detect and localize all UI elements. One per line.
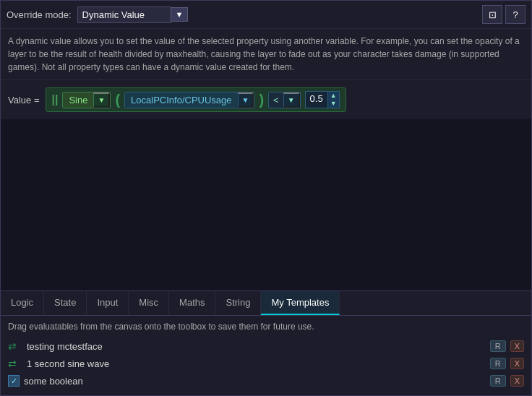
- override-mode-select[interactable]: Dynamic Value: [77, 7, 171, 23]
- tab-logic[interactable]: Logic: [1, 291, 44, 315]
- template-r-button-1[interactable]: R: [490, 358, 506, 369]
- op-name: <: [269, 92, 283, 108]
- template-item-testing-mctestface: ⇄ testing mctestface R X: [8, 337, 524, 355]
- override-mode-dropdown-wrapper: Dynamic Value ▼: [77, 7, 189, 23]
- template-r-button-2[interactable]: R: [490, 375, 506, 387]
- paren-open: (: [115, 92, 120, 107]
- help-icon-button[interactable]: ?: [505, 5, 525, 24]
- template-name-2: some boolean: [24, 376, 486, 387]
- pipe-symbol: ||: [52, 93, 59, 106]
- template-name-1: 1 second sine wave: [27, 358, 486, 369]
- description-area: A dynamic value allows you to set the va…: [1, 29, 531, 80]
- template-x-button-1[interactable]: X: [510, 358, 524, 369]
- template-x-button-2[interactable]: X: [510, 375, 524, 387]
- paren-close: ): [259, 92, 264, 107]
- arg-block: LocalPCInfo/CPUUsage ▼: [124, 92, 254, 108]
- num-input-block: 0.5 ▲ ▼: [305, 91, 340, 108]
- value-row: Value = || Sine ▼ ( LocalPCInfo/CPUUsage…: [1, 80, 531, 119]
- value-expression: || Sine ▼ ( LocalPCInfo/CPUUsage ▼ ) < ▼…: [46, 87, 346, 112]
- tab-input[interactable]: Input: [87, 291, 129, 315]
- templates-hint: Drag evaluatables from the canvas onto t…: [8, 322, 524, 332]
- top-bar: Override mode: Dynamic Value ▼ ⊡ ?: [1, 1, 531, 29]
- arg-dropdown-button[interactable]: ▼: [238, 92, 254, 108]
- template-item-some-boolean: ✓ some boolean R X: [8, 372, 524, 389]
- description-text: A dynamic value allows you to set the va…: [8, 36, 520, 72]
- template-name-0: testing mctestface: [27, 341, 486, 352]
- num-spinners: ▲ ▼: [327, 92, 339, 108]
- template-r-button-0[interactable]: R: [490, 340, 506, 352]
- func-dropdown-button[interactable]: ▼: [93, 92, 110, 108]
- op-dropdown-button[interactable]: ▼: [283, 92, 300, 108]
- op-block: < ▼: [268, 92, 301, 108]
- tab-maths[interactable]: Maths: [169, 291, 215, 315]
- value-equals-label: Value =: [8, 95, 40, 106]
- tab-misc[interactable]: Misc: [129, 291, 169, 315]
- template-func-icon-0: ⇄: [8, 340, 22, 352]
- tab-state[interactable]: State: [44, 291, 87, 315]
- canvas-area: [1, 119, 531, 290]
- spin-up-button[interactable]: ▲: [328, 92, 339, 100]
- templates-panel: Drag evaluatables from the canvas onto t…: [1, 316, 531, 395]
- template-x-button-0[interactable]: X: [510, 340, 524, 352]
- template-func-icon-1: ⇄: [8, 358, 22, 369]
- tab-string[interactable]: String: [215, 291, 261, 315]
- override-mode-label: Override mode:: [7, 9, 72, 20]
- main-window: Override mode: Dynamic Value ▼ ⊡ ? A dyn…: [0, 0, 532, 396]
- func-block: Sine ▼: [62, 92, 111, 108]
- num-value: 0.5: [306, 92, 327, 108]
- override-mode-dropdown-arrow[interactable]: ▼: [171, 7, 189, 22]
- top-right-buttons: ⊡ ?: [482, 5, 525, 24]
- tabs-bar: Logic State Input Misc Maths String My T…: [1, 290, 531, 316]
- func-name: Sine: [63, 92, 93, 108]
- tab-my-templates[interactable]: My Templates: [261, 291, 340, 315]
- arg-name: LocalPCInfo/CPUUsage: [125, 92, 237, 108]
- restore-icon-button[interactable]: ⊡: [482, 5, 502, 24]
- template-item-1-second-sine-wave: ⇄ 1 second sine wave R X: [8, 355, 524, 372]
- spin-down-button[interactable]: ▼: [328, 100, 339, 108]
- template-checkbox-icon-2: ✓: [8, 375, 20, 387]
